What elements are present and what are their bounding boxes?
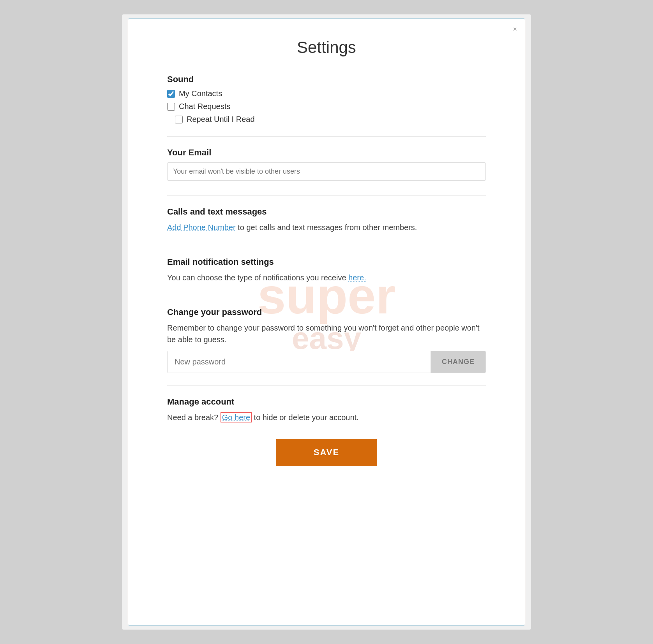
add-phone-number-link[interactable]: Add Phone Number — [167, 223, 236, 232]
calls-section-title: Calls and text messages — [167, 207, 486, 217]
go-here-link[interactable]: Go here — [221, 412, 252, 422]
close-button[interactable]: × — [513, 26, 517, 33]
email-input[interactable] — [167, 162, 486, 181]
manage-body-before: Need a break? — [167, 413, 221, 422]
modal-title: Settings — [167, 38, 486, 57]
my-contacts-checkbox[interactable] — [167, 90, 175, 98]
email-notif-section: Email notification settings You can choo… — [167, 257, 486, 283]
save-button[interactable]: SAVE — [276, 439, 377, 466]
email-notif-title: Email notification settings — [167, 257, 486, 267]
calls-section: Calls and text messages Add Phone Number… — [167, 207, 486, 233]
email-section-title: Your Email — [167, 148, 486, 158]
modal-wrapper: super easy How life should be × Settings… — [122, 14, 531, 630]
password-section: Change your password Remember to change … — [167, 307, 486, 373]
repeat-label: Repeat Until I Read — [187, 115, 255, 124]
manage-body-after: to hide or delete your account. — [252, 413, 359, 422]
repeat-checkbox-label[interactable]: Repeat Until I Read — [175, 115, 486, 124]
manage-account-body: Need a break? Go here to hide or delete … — [167, 412, 486, 423]
email-notif-link[interactable]: here. — [348, 273, 366, 282]
chat-requests-checkbox[interactable] — [167, 103, 175, 111]
chat-requests-checkbox-label[interactable]: Chat Requests — [167, 102, 486, 111]
sound-section: Sound My Contacts Chat Requests Repeat U… — [167, 74, 486, 124]
new-password-input[interactable] — [168, 351, 431, 373]
my-contacts-label: My Contacts — [179, 89, 222, 98]
divider-3 — [167, 246, 486, 246]
chat-requests-label: Chat Requests — [179, 102, 230, 111]
calls-section-body: Add Phone Number to get calls and text m… — [167, 222, 486, 233]
password-section-title: Change your password — [167, 307, 486, 317]
manage-account-title: Manage account — [167, 397, 486, 407]
email-notif-body-text: You can choose the type of notifications… — [167, 273, 348, 282]
my-contacts-checkbox-label[interactable]: My Contacts — [167, 89, 486, 98]
repeat-checkbox[interactable] — [175, 116, 183, 123]
divider-4 — [167, 296, 486, 296]
password-row: CHANGE — [167, 351, 486, 373]
calls-body-text: to get calls and text messages from othe… — [236, 223, 417, 232]
change-button[interactable]: CHANGE — [431, 351, 485, 373]
divider-2 — [167, 195, 486, 196]
email-notif-body: You can choose the type of notifications… — [167, 272, 486, 283]
manage-account-section: Manage account Need a break? Go here to … — [167, 397, 486, 423]
sound-section-title: Sound — [167, 74, 486, 84]
divider-1 — [167, 136, 486, 137]
password-description: Remember to change your password to some… — [167, 322, 486, 345]
settings-modal: super easy How life should be × Settings… — [128, 18, 525, 626]
divider-5 — [167, 385, 486, 386]
email-section: Your Email — [167, 148, 486, 183]
